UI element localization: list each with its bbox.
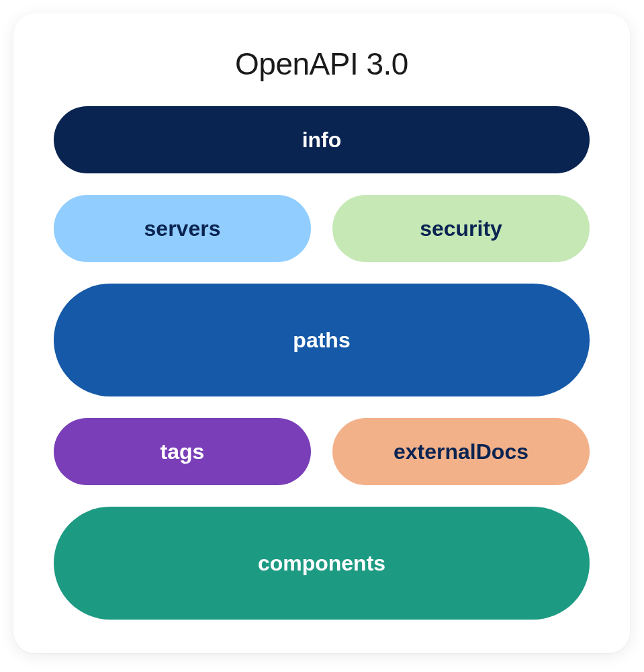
block-externaldocs-label: externalDocs	[394, 439, 528, 464]
block-components: components	[54, 507, 590, 620]
block-security-label: security	[420, 216, 502, 241]
block-tags-label: tags	[160, 439, 205, 464]
row-info: info	[54, 106, 590, 173]
block-components-label: components	[258, 551, 385, 576]
row-servers-security: servers security	[54, 195, 590, 262]
diagram-card: OpenAPI 3.0 info servers security paths …	[13, 13, 630, 653]
block-info: info	[54, 106, 590, 173]
diagram-rows: info servers security paths tags externa…	[54, 106, 590, 620]
block-servers: servers	[54, 195, 311, 262]
block-security: security	[332, 195, 590, 262]
block-paths-label: paths	[293, 328, 350, 353]
block-info-label: info	[302, 128, 342, 153]
block-servers-label: servers	[144, 216, 221, 241]
block-externaldocs: externalDocs	[332, 418, 590, 485]
row-tags-externaldocs: tags externalDocs	[54, 418, 590, 485]
row-paths: paths	[54, 284, 590, 396]
block-paths: paths	[54, 284, 590, 396]
diagram-title: OpenAPI 3.0	[54, 46, 590, 82]
row-components: components	[54, 507, 590, 620]
block-tags: tags	[54, 418, 311, 485]
